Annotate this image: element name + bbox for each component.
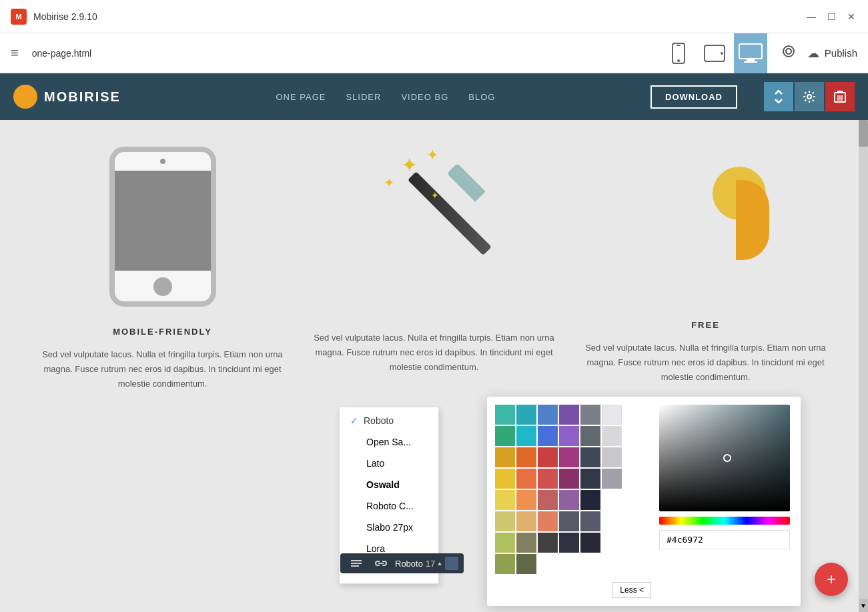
scrollbar-thumb[interactable] xyxy=(859,120,868,147)
font-option-robotocondensed[interactable]: Roboto C... xyxy=(340,495,438,517)
align-button[interactable] xyxy=(346,557,367,570)
svg-point-2 xyxy=(677,59,680,62)
nav-link-videobg[interactable]: VIDEO BG xyxy=(401,92,448,102)
svg-point-8 xyxy=(783,46,794,57)
feature-title-mobile: MOBILE-FRIENDLY xyxy=(113,327,212,337)
hue-slider[interactable] xyxy=(659,517,790,525)
feature-text-mobile: Sed vel vulputate lacus. Nulla et fringi… xyxy=(40,347,285,391)
feature-text-free: Sed vel vulputate lacus. Nulla et fringi… xyxy=(583,341,828,385)
close-button[interactable]: ✕ xyxy=(845,11,857,23)
nav-link-slider[interactable]: SLIDER xyxy=(346,92,381,102)
swatch[interactable] xyxy=(559,469,579,489)
window-controls: — ☐ ✕ xyxy=(805,11,857,23)
gradient-cursor[interactable] xyxy=(723,454,731,462)
font-option-roboto[interactable]: ✓ Roboto xyxy=(340,410,438,431)
nav-link-blog[interactable]: BLOG xyxy=(468,92,495,102)
swatch[interactable] xyxy=(495,469,515,489)
maximize-button[interactable]: ☐ xyxy=(825,11,837,23)
swatch[interactable] xyxy=(580,405,600,425)
publish-icon: ☁ xyxy=(807,46,819,61)
settings-button[interactable] xyxy=(795,82,824,111)
app-title: Mobirise 2.9.10 xyxy=(33,11,799,22)
swatch[interactable] xyxy=(516,405,536,425)
swatch[interactable] xyxy=(580,426,600,446)
svg-point-10 xyxy=(807,95,811,99)
swatch[interactable] xyxy=(495,490,515,510)
swatch[interactable] xyxy=(516,447,536,467)
logo-text: MOBIRISE xyxy=(44,89,121,105)
wand-image: ✦ ✦ ✦ ✦ xyxy=(368,147,501,307)
menu-icon[interactable]: ≡ xyxy=(11,45,19,61)
swatch[interactable] xyxy=(495,447,515,467)
block-controls xyxy=(764,82,855,111)
tablet-view-button[interactable] xyxy=(698,33,731,73)
swatch[interactable] xyxy=(580,447,600,467)
sort-button[interactable] xyxy=(764,82,793,111)
add-block-button[interactable]: + xyxy=(815,563,848,596)
swatch[interactable] xyxy=(538,533,558,553)
swatch[interactable] xyxy=(559,511,579,531)
swatch[interactable] xyxy=(495,405,515,425)
download-button[interactable]: DOWNLOAD xyxy=(650,85,737,109)
swatch[interactable] xyxy=(559,405,579,425)
color-picker-button[interactable] xyxy=(445,557,458,570)
less-button[interactable]: Less < xyxy=(612,582,651,598)
font-option-slabo[interactable]: Slabo 27px xyxy=(340,517,438,538)
main-content: MOBILE-FRIENDLY Sed vel vulputate lacus.… xyxy=(0,120,868,612)
filename-label: one-page.html xyxy=(32,48,648,59)
swatch[interactable] xyxy=(580,533,600,553)
swatch[interactable] xyxy=(516,426,536,446)
size-arrow-icon: ▲ xyxy=(436,560,442,567)
swatch[interactable] xyxy=(559,490,579,510)
swatch[interactable] xyxy=(516,533,536,553)
app-logo-nav: MOBIRISE xyxy=(13,85,121,109)
font-name-label[interactable]: Roboto xyxy=(395,559,423,569)
swatch[interactable] xyxy=(516,490,536,510)
swatch[interactable] xyxy=(516,554,536,574)
publish-button[interactable]: ☁ Publish xyxy=(807,46,857,61)
swatch[interactable] xyxy=(538,511,558,531)
svg-rect-6 xyxy=(747,59,755,61)
scroll-down-arrow[interactable]: ▼ xyxy=(859,599,868,612)
swatch[interactable] xyxy=(538,447,558,467)
mobile-view-button[interactable] xyxy=(662,33,695,73)
swatch[interactable] xyxy=(559,426,579,446)
swatch[interactable] xyxy=(580,490,600,510)
desktop-view-button[interactable] xyxy=(734,33,767,73)
preview-button[interactable] xyxy=(781,43,797,63)
swatch[interactable] xyxy=(495,426,515,446)
nav-link-onepage[interactable]: ONE PAGE xyxy=(276,92,326,102)
swatch[interactable] xyxy=(602,447,622,467)
feature-item-free: FREE Sed vel vulputate lacus. Nulla et f… xyxy=(583,147,828,385)
swatch[interactable] xyxy=(516,469,536,489)
link-button[interactable] xyxy=(370,556,392,571)
swatch[interactable] xyxy=(580,511,600,531)
delete-button[interactable] xyxy=(825,82,855,111)
font-option-oswald[interactable]: Oswald xyxy=(340,474,438,495)
font-option-lato[interactable]: Lato xyxy=(340,453,438,474)
swatch[interactable] xyxy=(559,533,579,553)
feature-title-free: FREE xyxy=(691,320,720,330)
swatch[interactable] xyxy=(602,405,622,425)
swatch[interactable] xyxy=(495,511,515,531)
logo-circle xyxy=(13,85,37,109)
font-option-opensans[interactable]: Open Sa... xyxy=(340,431,438,453)
swatch[interactable] xyxy=(538,469,558,489)
color-swatches: Less < xyxy=(495,405,651,598)
titlebar: M Mobirise 2.9.10 — ☐ ✕ xyxy=(0,0,868,33)
swatch[interactable] xyxy=(580,469,600,489)
swatch[interactable] xyxy=(516,511,536,531)
features-section: MOBILE-FRIENDLY Sed vel vulputate lacus.… xyxy=(0,120,868,418)
swatch[interactable] xyxy=(538,405,558,425)
font-size-label[interactable]: 17 ▲ xyxy=(426,559,442,569)
gradient-canvas[interactable] xyxy=(659,405,790,511)
swatch[interactable] xyxy=(495,554,515,574)
swatch[interactable] xyxy=(602,469,622,489)
swatch[interactable] xyxy=(495,533,515,553)
swatch[interactable] xyxy=(602,426,622,446)
swatch[interactable] xyxy=(538,426,558,446)
swatch[interactable] xyxy=(559,447,579,467)
swatch[interactable] xyxy=(538,490,558,510)
hex-input[interactable] xyxy=(659,530,790,549)
minimize-button[interactable]: — xyxy=(805,11,817,23)
